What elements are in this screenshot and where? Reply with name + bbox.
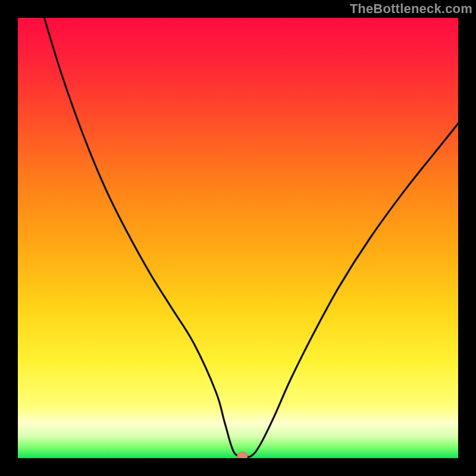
bottleneck-curve <box>44 18 458 457</box>
watermark-text: TheBottleneck.com <box>350 1 472 17</box>
curve-svg <box>18 18 458 458</box>
chart-frame: TheBottleneck.com <box>0 0 476 476</box>
chart-marker <box>237 452 248 458</box>
plot-area <box>18 18 458 458</box>
